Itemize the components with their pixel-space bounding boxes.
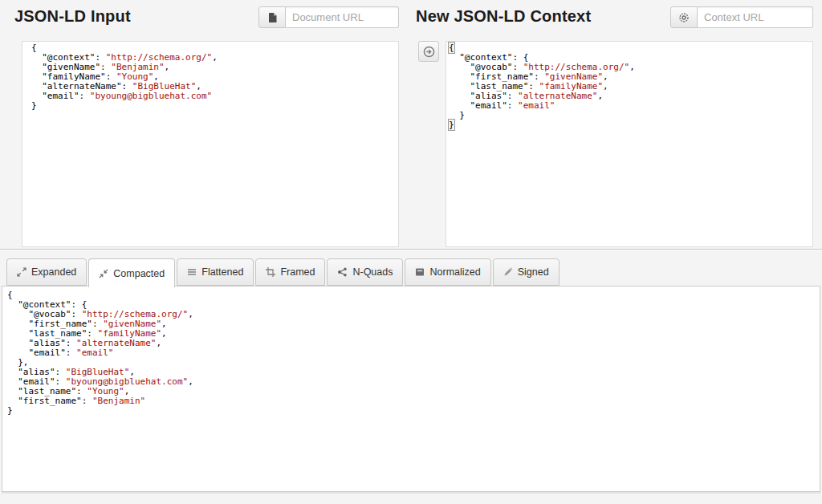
tab-label: Expanded [31,266,76,278]
document-url-group [258,6,399,28]
tab-label: Signed [518,266,549,278]
code-line: "email": "email" [449,101,809,111]
load-context-button[interactable] [670,6,698,28]
crop-icon [266,267,275,277]
tab-label: N-Quads [352,266,393,278]
tab-n-quads[interactable]: N-Quads [327,258,403,286]
archive-icon [415,267,425,277]
code-line: "first_name": "Benjamin" [7,396,816,406]
context-url-input[interactable] [698,6,813,28]
expand-icon [17,267,26,277]
context-editor[interactable]: { "@context": { "@vocab": "http://schema… [446,41,813,247]
tab-framed[interactable]: Framed [255,258,325,286]
context-panel-title: New JSON-LD Context [416,7,591,26]
arrow-right-circle-icon [423,46,435,58]
result-panel: { "@context": { "@vocab": "http://schema… [2,286,820,492]
code-line: { [7,291,816,300]
tab-label: Framed [280,266,315,278]
collapse-icon [99,269,108,278]
tab-normalized[interactable]: Normalized [405,258,490,286]
justify-icon [187,267,197,277]
code-line: } [31,101,395,111]
document-icon [267,12,278,23]
jsonld-playground-page: JSON-LD Input New JSON-LD Context { "@co… [0,0,822,504]
tab-label: Flattened [201,266,243,278]
tab-compacted[interactable]: Compacted [88,258,175,287]
tab-label: Compacted [113,268,165,279]
context-url-group [670,6,813,28]
input-editor[interactable]: { "@context": "http://schema.org/", "giv… [22,41,399,247]
input-panel-title: JSON-LD Input [14,7,131,26]
load-document-button[interactable] [258,6,286,28]
target-icon [678,12,690,23]
apply-context-button[interactable] [418,41,439,62]
share-icon [337,267,348,277]
code-line: } [449,120,809,130]
tab-expanded[interactable]: Expanded [6,258,87,286]
section-divider [0,249,822,250]
code-line: "email": "byoung@bigbluehat.com" [31,91,395,101]
pencil-icon [503,267,513,277]
code-line: "email": "email" [7,348,816,358]
result-tabbar: ExpandedCompactedFlattenedFramedN-QuadsN… [6,258,560,287]
output-editor[interactable]: { "@context": { "@vocab": "http://schema… [2,287,820,491]
document-url-input[interactable] [286,6,399,28]
tab-label: Normalized [429,266,480,278]
code-line: } [7,406,816,416]
code-line: } [449,111,809,120]
code-line: "alias": "alternateName", [7,339,816,348]
tab-signed[interactable]: Signed [493,258,560,286]
tab-flattened[interactable]: Flattened [177,258,254,286]
